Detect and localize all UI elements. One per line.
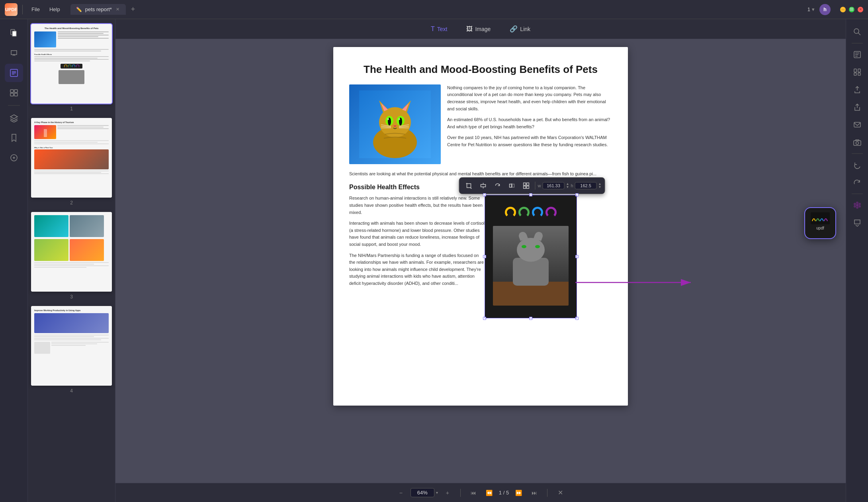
updf-floating-icon[interactable]: updf xyxy=(804,207,836,239)
thumb-wrapper-1[interactable]: The Health and Mood-Boosting Benefits of… xyxy=(31,24,112,104)
thumbnail-3[interactable]: 3 xyxy=(31,212,112,300)
svg-rect-34 xyxy=(481,184,486,187)
right-tool-search[interactable] xyxy=(849,24,865,40)
img-tool-crop[interactable] xyxy=(463,179,475,192)
pdf-para-3: Over the past 10 years, NIH has partnere… xyxy=(447,134,612,148)
thumbnail-2[interactable]: A Key Phase in the History of Tourism xyxy=(31,118,112,206)
right-tool-email[interactable] xyxy=(849,117,865,133)
pdf-title: The Health and Mood-Boosting Benefits of… xyxy=(349,63,612,76)
sidebar-tool-bookmark[interactable] xyxy=(5,129,23,147)
right-tool-camera[interactable] xyxy=(849,134,865,150)
handle-br[interactable] xyxy=(575,317,579,320)
zoom-in-btn[interactable]: + xyxy=(441,486,454,499)
sidebar-tool-pages[interactable] xyxy=(5,24,23,42)
img-tool-align[interactable] xyxy=(477,179,490,192)
thumb-wrapper-2[interactable]: A Key Phase in the History of Tourism xyxy=(31,118,112,198)
selected-image-area[interactable]: w 161.33 ▲ ▼ h 162.5 xyxy=(485,195,579,318)
handle-tr[interactable] xyxy=(575,193,579,196)
last-page-btn[interactable]: ⏭ xyxy=(528,486,541,499)
right-tool-redo[interactable] xyxy=(849,175,865,190)
thumbnail-1[interactable]: The Health and Mood-Boosting Benefits of… xyxy=(31,24,112,112)
pdf-para-1: Nothing compares to the joy of coming ho… xyxy=(447,84,612,112)
height-down-arrow[interactable]: ▼ xyxy=(598,186,602,189)
right-tool-flowers[interactable] xyxy=(849,197,865,213)
text-icon: T xyxy=(431,25,435,33)
svg-point-62 xyxy=(854,203,856,205)
close-button[interactable]: ✕ xyxy=(858,7,863,12)
right-tool-export[interactable] xyxy=(849,82,865,98)
right-tool-ocr[interactable] xyxy=(849,47,865,63)
menu-help[interactable]: Help xyxy=(45,5,64,14)
page-dropdown-icon[interactable]: ▾ xyxy=(812,6,815,12)
pdf-viewer[interactable]: The Health and Mood-Boosting Benefits of… xyxy=(115,39,846,483)
dark-image-content xyxy=(485,195,577,318)
width-down-arrow[interactable]: ▼ xyxy=(566,186,569,189)
tab-pets-report[interactable]: ✏️ pets report* ✕ xyxy=(70,4,126,15)
maximize-button[interactable]: ⬜ xyxy=(849,7,854,12)
wave-bump-yellow xyxy=(505,207,516,218)
close-bottom-btn[interactable]: ✕ xyxy=(554,486,567,499)
sidebar-tool-organize[interactable] xyxy=(5,84,23,102)
img-tool-flip[interactable] xyxy=(506,179,518,192)
svg-rect-40 xyxy=(524,183,526,185)
svg-point-58 xyxy=(858,203,861,205)
svg-point-46 xyxy=(854,29,859,33)
right-tool-share[interactable] xyxy=(849,99,865,115)
next-page-fast-btn[interactable]: ⏩ xyxy=(512,486,525,499)
handle-ml[interactable] xyxy=(483,255,486,258)
sidebar-tool-clip[interactable] xyxy=(5,149,23,167)
pdf-content-row: Nothing compares to the joy of coming ho… xyxy=(349,84,612,164)
thumb-wrapper-3[interactable] xyxy=(31,212,112,292)
height-value[interactable]: 162.5 xyxy=(575,182,597,189)
width-input-group: w 161.33 ▲ ▼ xyxy=(538,182,569,189)
pdf-text-block: Nothing compares to the joy of coming ho… xyxy=(447,84,612,164)
img-tool-rotate[interactable] xyxy=(491,179,504,192)
toolbar-link-btn[interactable]: 🔗 Link xyxy=(505,23,535,35)
minimize-button[interactable]: — xyxy=(840,7,846,12)
thumbnail-4[interactable]: Improve Working Productivity in Using Ap… xyxy=(31,306,112,394)
img-tool-more[interactable] xyxy=(520,179,533,192)
zoom-value[interactable]: 64% xyxy=(411,488,434,497)
svg-rect-52 xyxy=(858,73,860,75)
svg-rect-1 xyxy=(12,31,16,36)
sidebar-tool-layers[interactable] xyxy=(5,109,23,127)
sidebar-tool-comment[interactable] xyxy=(5,44,23,62)
right-tool-undo[interactable] xyxy=(849,157,865,173)
new-tab-button[interactable]: + xyxy=(127,4,139,15)
handle-bm[interactable] xyxy=(529,317,532,320)
arrow-pointer xyxy=(575,275,703,290)
height-arrows[interactable]: ▲ ▼ xyxy=(598,182,602,189)
edit-toolbar: T Text 🖼 Image 🔗 Link xyxy=(115,19,846,39)
pdf-lower-text: Research on human-animal interactions is… xyxy=(349,195,485,287)
first-page-btn[interactable]: ⏮ xyxy=(467,486,480,499)
right-tool-organize[interactable] xyxy=(849,64,865,80)
toolbar-text-btn[interactable]: T Text xyxy=(426,23,452,35)
selected-image-box[interactable] xyxy=(485,195,577,318)
titlebar: UPDF File Help ✏️ pets report* ✕ + 1 ▾ h… xyxy=(0,0,868,19)
handle-mr[interactable] xyxy=(575,255,579,258)
zoom-out-btn[interactable]: − xyxy=(395,486,407,499)
width-value[interactable]: 161.33 xyxy=(542,182,564,189)
cat-illustration xyxy=(359,90,431,158)
pdf-cat-image xyxy=(349,84,441,164)
tab-close-btn[interactable]: ✕ xyxy=(115,7,120,12)
toolbar-image-btn[interactable]: 🖼 Image xyxy=(461,23,495,35)
pdf-page: The Health and Mood-Boosting Benefits of… xyxy=(333,47,628,406)
user-avatar[interactable]: h xyxy=(819,4,831,15)
handle-tl[interactable] xyxy=(483,193,486,196)
right-tool-chat[interactable] xyxy=(849,215,865,231)
handle-tm[interactable] xyxy=(529,193,532,196)
sidebar-tool-edit[interactable] xyxy=(5,64,23,82)
wave-decoration xyxy=(505,207,557,218)
svg-rect-37 xyxy=(510,184,512,187)
svg-point-57 xyxy=(856,202,858,204)
titlebar-divider xyxy=(22,5,23,14)
width-arrows[interactable]: ▲ ▼ xyxy=(566,182,569,189)
handle-bl[interactable] xyxy=(483,317,486,320)
prev-page-fast-btn[interactable]: ⏪ xyxy=(483,486,496,499)
thumbnail-panel: The Health and Mood-Boosting Benefits of… xyxy=(28,19,115,502)
thumb-wrapper-4[interactable]: Improve Working Productivity in Using Ap… xyxy=(31,306,112,386)
zoom-dropdown-icon[interactable]: ▾ xyxy=(436,490,438,495)
toolbar-image-label: Image xyxy=(475,26,491,32)
menu-file[interactable]: File xyxy=(27,5,44,14)
